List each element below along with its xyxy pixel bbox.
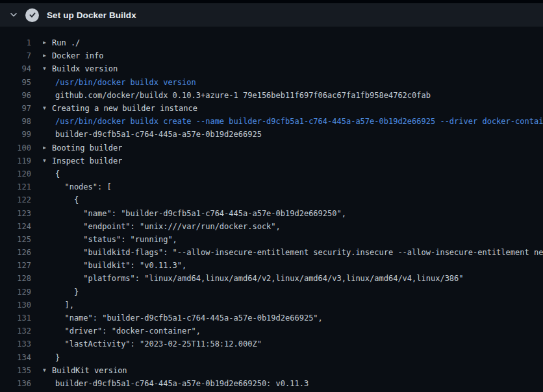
log-output-text: builder-d9cfb5a1-c764-445a-a57e-0b19d2e6… <box>55 130 262 139</box>
log-line: 136builder-d9cfb5a1-c764-445a-a57e-0b19d… <box>0 377 543 390</box>
log-group-toggle[interactable]: ▶Docker info <box>43 51 103 60</box>
line-number[interactable]: 132 <box>0 326 31 336</box>
log-line: 1▶Run ./ <box>0 36 543 49</box>
log-line: 127 "buildkit": "v0.11.3", <box>0 259 543 272</box>
line-number[interactable]: 134 <box>0 353 31 362</box>
line-number[interactable]: 129 <box>0 288 31 297</box>
caret-down-icon[interactable]: ▼ <box>43 368 48 373</box>
step-header[interactable]: Set up Docker Buildx <box>0 3 543 27</box>
line-number[interactable]: 97 <box>0 104 31 113</box>
log-group-title: Booting builder <box>52 143 122 153</box>
log-output-text: ], <box>55 300 74 310</box>
log-group-toggle[interactable]: ▶Booting builder <box>43 143 122 153</box>
log-output-text: "name": "builder-d9cfb5a1-c764-445a-a57e… <box>55 209 346 218</box>
log-line: 99builder-d9cfb5a1-c764-445a-a57e-0b19d2… <box>0 128 543 141</box>
line-number[interactable]: 95 <box>0 78 31 87</box>
log-output-text: "name": "builder-d9cfb5a1-c764-445a-a57e… <box>55 313 323 323</box>
log-line: 130 ], <box>0 299 543 312</box>
log-output-text: { <box>55 195 79 204</box>
line-number[interactable]: 119 <box>0 156 31 165</box>
log-output-text: "buildkitd-flags": "--allow-insecure-ent… <box>55 248 543 257</box>
log-line: 98/usr/bin/docker buildx create --name b… <box>0 115 543 128</box>
log-command-text: /usr/bin/docker buildx create --name bui… <box>55 117 543 126</box>
log-line: 129 } <box>0 286 543 299</box>
line-number[interactable]: 130 <box>0 300 31 310</box>
log-output-text: github.com/docker/buildx 0.10.3+azure-1 … <box>55 91 431 100</box>
log-output-text: "endpoint": "unix:///var/run/docker.sock… <box>55 222 281 231</box>
line-number[interactable]: 120 <box>0 169 31 178</box>
log-line: 124 "endpoint": "unix:///var/run/docker.… <box>0 220 543 233</box>
log-line: 121 "nodes": [ <box>0 180 543 193</box>
log-line: 134} <box>0 351 543 364</box>
log-group-title: Inspect builder <box>52 156 122 165</box>
chevron-down-icon[interactable] <box>8 10 19 20</box>
log-output-text: } <box>55 353 60 362</box>
log-line: 95/usr/bin/docker buildx version <box>0 76 543 89</box>
log-group-toggle[interactable]: ▼Inspect builder <box>43 156 122 165</box>
log-group-toggle[interactable]: ▼BuildKit version <box>43 366 127 375</box>
log-output-text: "status": "running", <box>55 235 177 244</box>
log-line: 100▶Booting builder <box>0 141 543 154</box>
line-number[interactable]: 7 <box>0 51 31 60</box>
log-group-title: Run ./ <box>52 38 80 47</box>
log-line: 119▼Inspect builder <box>0 154 543 167</box>
log-output-text: "nodes": [ <box>55 182 112 191</box>
line-number[interactable]: 121 <box>0 182 31 191</box>
status-check-icon <box>25 8 39 22</box>
line-number[interactable]: 133 <box>0 339 31 349</box>
log-line: 122 { <box>0 193 543 206</box>
log-line: 97▼Creating a new builder instance <box>0 102 543 115</box>
line-number[interactable]: 124 <box>0 222 31 231</box>
log-output-text: "driver": "docker-container", <box>55 326 201 336</box>
line-number[interactable]: 125 <box>0 235 31 244</box>
caret-right-icon[interactable]: ▶ <box>43 53 48 58</box>
log-line: 96github.com/docker/buildx 0.10.3+azure-… <box>0 89 543 102</box>
log-output-text: "buildkit": "v0.11.3", <box>55 261 186 270</box>
log-group-title: BuildKit version <box>52 366 127 375</box>
log-group-toggle[interactable]: ▼Creating a new builder instance <box>43 104 197 113</box>
log-output-text: builder-d9cfb5a1-c764-445a-a57e-0b19d2e6… <box>55 379 309 388</box>
line-number[interactable]: 126 <box>0 248 31 257</box>
log-line: 131 "name": "builder-d9cfb5a1-c764-445a-… <box>0 312 543 325</box>
line-number[interactable]: 94 <box>0 64 31 73</box>
step-title: Set up Docker Buildx <box>47 10 136 20</box>
log-group-title: Docker info <box>52 51 103 60</box>
log-group-title: Creating a new builder instance <box>52 104 197 113</box>
log-line: 94▼Buildx version <box>0 62 543 75</box>
log-line: 128 "platforms": "linux/amd64,linux/amd6… <box>0 272 543 285</box>
line-number[interactable]: 127 <box>0 261 31 270</box>
log-command-text: /usr/bin/docker buildx version <box>55 78 196 87</box>
caret-down-icon[interactable]: ▼ <box>43 158 48 164</box>
log-output-text: "lastActivity": "2023-02-25T11:58:12.000… <box>55 339 262 349</box>
log-line: 126 "buildkitd-flags": "--allow-insecure… <box>0 246 543 259</box>
log-line: 135▼BuildKit version <box>0 364 543 377</box>
log-line: 120{ <box>0 167 543 180</box>
log-line: 125 "status": "running", <box>0 233 543 246</box>
log-line: 133 "lastActivity": "2023-02-25T11:58:12… <box>0 337 543 350</box>
line-number[interactable]: 136 <box>0 379 31 388</box>
line-number[interactable]: 122 <box>0 195 31 204</box>
log-line: 123 "name": "builder-d9cfb5a1-c764-445a-… <box>0 206 543 219</box>
line-number[interactable]: 131 <box>0 313 31 323</box>
line-number[interactable]: 1 <box>0 38 31 47</box>
caret-right-icon[interactable]: ▶ <box>43 145 48 151</box>
line-number[interactable]: 128 <box>0 274 31 283</box>
caret-right-icon[interactable]: ▶ <box>43 40 48 45</box>
log-group-toggle[interactable]: ▶Run ./ <box>43 38 80 47</box>
line-number[interactable]: 99 <box>0 130 31 139</box>
log-output-text: "platforms": "linux/amd64,linux/amd64/v2… <box>55 274 464 283</box>
caret-down-icon[interactable]: ▼ <box>43 66 48 71</box>
log-line: 132 "driver": "docker-container", <box>0 325 543 337</box>
line-number[interactable]: 100 <box>0 143 31 153</box>
log-area: 1▶Run ./7▶Docker info94▼Buildx version95… <box>0 27 543 390</box>
log-group-toggle[interactable]: ▼Buildx version <box>43 64 118 73</box>
log-output-text: } <box>55 288 79 297</box>
line-number[interactable]: 96 <box>0 91 31 100</box>
line-number[interactable]: 123 <box>0 209 31 218</box>
line-number[interactable]: 135 <box>0 366 31 375</box>
log-group-title: Buildx version <box>52 64 118 73</box>
log-output-text: { <box>55 169 60 178</box>
line-number[interactable]: 98 <box>0 117 31 126</box>
log-line: 7▶Docker info <box>0 49 543 62</box>
caret-down-icon[interactable]: ▼ <box>43 106 48 111</box>
